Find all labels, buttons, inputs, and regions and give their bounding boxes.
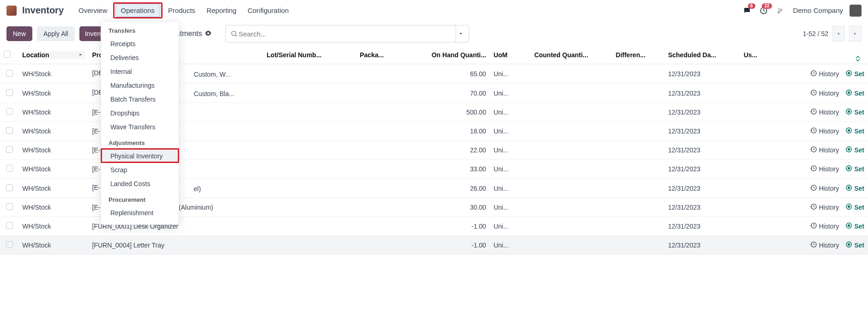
nav-products[interactable]: Products — [163, 4, 201, 17]
history-button[interactable]: History — [810, 165, 839, 173]
activities-icon[interactable]: 22 — [759, 6, 768, 15]
target-icon — [845, 241, 852, 249]
cell-location: WH/Stock — [18, 141, 88, 160]
pager-prev[interactable] — [832, 26, 845, 42]
dropdown-item-physical-inventory[interactable]: Physical Inventory — [101, 149, 179, 163]
target-icon — [845, 203, 852, 211]
history-button[interactable]: History — [810, 108, 839, 116]
target-icon — [845, 146, 852, 154]
row-checkbox[interactable] — [6, 146, 13, 153]
tools-icon[interactable] — [776, 6, 785, 15]
col-lot[interactable]: Lot/Serial Numb... — [263, 46, 356, 64]
row-checkbox[interactable] — [6, 241, 13, 248]
cell-location: WH/Stock — [18, 198, 88, 217]
dropdown-item-receipts[interactable]: Receipts — [101, 37, 179, 51]
grid-settings-icon[interactable] — [854, 55, 862, 64]
cell-location: WH/Stock — [18, 179, 88, 198]
table-row[interactable]: WH/Stock[FURN_0004] Letter Tray-1.00Uni.… — [0, 236, 868, 255]
col-onhand[interactable]: On Hand Quanti... — [403, 46, 490, 64]
highlight-operations: Operations — [113, 2, 163, 18]
cell-date: 12/31/2023 — [664, 122, 740, 141]
history-icon — [810, 241, 817, 249]
dropdown-item-replenishment[interactable]: Replenishment — [101, 206, 179, 220]
set-button[interactable]: Set — [845, 70, 864, 78]
gear-icon[interactable] — [205, 30, 211, 38]
cell-date: 12/31/2023 — [664, 103, 740, 122]
history-icon — [810, 184, 817, 193]
set-button[interactable]: Set — [845, 146, 864, 154]
set-button[interactable]: Set — [845, 89, 864, 97]
row-checkbox[interactable] — [6, 203, 13, 210]
history-icon — [810, 203, 817, 211]
row-checkbox[interactable] — [6, 127, 13, 134]
history-button[interactable]: History — [810, 203, 839, 211]
set-button[interactable]: Set — [845, 184, 864, 193]
col-user[interactable]: Us... — [740, 46, 775, 64]
pager-next[interactable] — [849, 26, 862, 42]
user-avatar[interactable] — [850, 5, 862, 17]
row-checkbox[interactable] — [6, 165, 13, 172]
col-date[interactable]: Scheduled Da... — [664, 46, 740, 64]
row-checkbox[interactable] — [6, 184, 13, 191]
target-icon — [845, 222, 852, 230]
svg-point-17 — [848, 206, 850, 208]
col-uom[interactable]: UoM — [490, 46, 530, 64]
operations-dropdown: TransfersReceiptsDeliveriesInternalManuf… — [101, 21, 179, 225]
sort-asc-icon[interactable] — [78, 52, 83, 58]
dropdown-item-internal[interactable]: Internal — [101, 65, 179, 78]
search-box[interactable] — [225, 25, 456, 42]
cell-uom: Uni... — [490, 103, 530, 122]
history-button[interactable]: History — [810, 146, 839, 154]
history-button[interactable]: History — [810, 222, 839, 230]
cell-uom: Uni... — [490, 122, 530, 141]
cell-onhand: 26.00 — [403, 179, 490, 198]
row-checkbox[interactable] — [6, 222, 13, 229]
messages-icon[interactable]: 6 — [742, 6, 752, 15]
cell-onhand: 70.00 — [403, 84, 490, 103]
dropdown-section-title: Transfers — [101, 22, 179, 37]
new-button[interactable]: New — [6, 26, 32, 41]
nav-configuration[interactable]: Configuration — [242, 4, 294, 17]
set-button[interactable]: Set — [845, 222, 864, 230]
col-diff[interactable]: Differen... — [612, 46, 664, 64]
set-button[interactable]: Set — [845, 165, 864, 173]
search-input[interactable] — [238, 30, 451, 38]
set-button[interactable]: Set — [845, 108, 864, 116]
history-button[interactable]: History — [810, 127, 839, 135]
col-location[interactable]: Location — [22, 51, 49, 59]
dropdown-item-deliveries[interactable]: Deliveries — [101, 51, 179, 65]
dropdown-item-batch-transfers[interactable]: Batch Transfers — [101, 92, 179, 106]
nav-reporting[interactable]: Reporting — [201, 4, 242, 17]
cell-onhand: -1.00 — [403, 236, 490, 255]
col-counted[interactable]: Counted Quanti... — [530, 46, 612, 64]
company-switcher[interactable]: Demo Company — [793, 6, 843, 14]
app-name[interactable]: Inventory — [22, 5, 64, 16]
dropdown-item-scrap[interactable]: Scrap — [101, 163, 179, 177]
messages-badge: 6 — [748, 3, 755, 9]
row-checkbox[interactable] — [6, 108, 13, 115]
select-all-checkbox[interactable] — [4, 51, 11, 58]
history-button[interactable]: History — [810, 70, 839, 78]
dropdown-item-landed-costs[interactable]: Landed Costs — [101, 177, 179, 191]
cell-uom: Uni... — [490, 198, 530, 217]
row-checkbox[interactable] — [6, 70, 13, 77]
history-button[interactable]: History — [810, 184, 839, 193]
col-package[interactable]: Packa... — [356, 46, 403, 64]
history-button[interactable]: History — [810, 89, 839, 97]
dropdown-item-dropships[interactable]: Dropships — [101, 106, 179, 120]
set-button[interactable]: Set — [845, 127, 864, 135]
svg-point-15 — [848, 187, 850, 188]
cell-uom: Uni... — [490, 141, 530, 160]
set-button[interactable]: Set — [845, 203, 864, 211]
dropdown-item-wave-transfers[interactable]: Wave Transfers — [101, 120, 179, 134]
apply-all-button[interactable]: Apply All — [37, 26, 75, 41]
nav-overview[interactable]: Overview — [73, 4, 113, 17]
chevron-left-icon — [836, 31, 841, 36]
nav-operations[interactable]: Operations — [115, 4, 160, 17]
set-button[interactable]: Set — [845, 241, 864, 249]
search-options-caret[interactable] — [453, 25, 469, 42]
dropdown-item-manufacturings[interactable]: Manufacturings — [101, 78, 179, 92]
chevron-right-icon — [852, 31, 858, 36]
row-checkbox[interactable] — [6, 89, 13, 96]
history-button[interactable]: History — [810, 241, 839, 249]
